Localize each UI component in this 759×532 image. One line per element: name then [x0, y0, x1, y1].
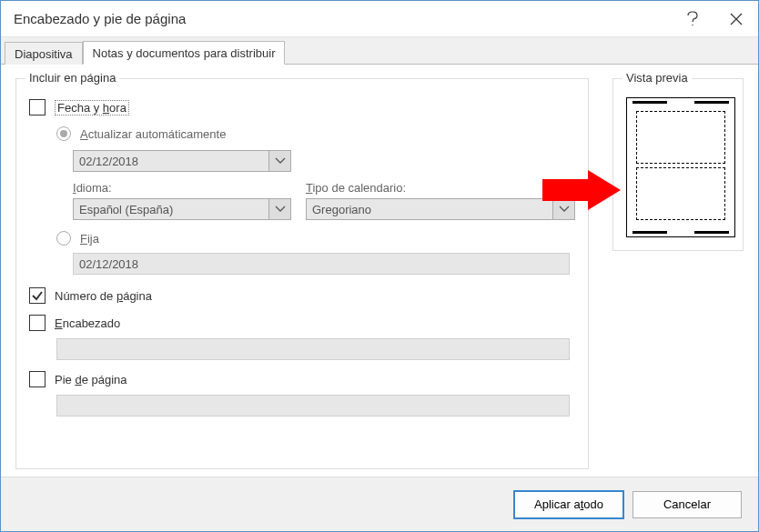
tab-slide[interactable]: Diapositiva — [5, 42, 83, 65]
footer-label: Pie de página — [55, 373, 127, 386]
help-button[interactable] — [671, 1, 714, 37]
tab-notes-handouts[interactable]: Notas y documentos para distribuir — [83, 41, 286, 65]
page-number-checkbox[interactable] — [29, 287, 46, 304]
header-checkbox[interactable] — [29, 315, 46, 331]
dialog-title: Encabezado y pie de página — [14, 11, 671, 26]
tab-bar: Diapositiva Notas y documentos para dist… — [1, 37, 758, 65]
button-bar: Aplicar a todo Cancelar — [1, 477, 758, 531]
language-label: Idioma: — [73, 181, 306, 195]
apply-all-button[interactable]: Aplicar a todo — [514, 491, 623, 518]
title-bar: Encabezado y pie de página — [1, 1, 758, 37]
preview-group-title: Vista previa — [622, 71, 692, 85]
fixed-radio[interactable] — [56, 231, 71, 246]
date-combo-value: 02/12/2018 — [79, 155, 138, 168]
calendar-combo-value: Gregoriano — [312, 203, 371, 216]
include-group: Incluir en página Fecha y hora Actualiza… — [15, 78, 589, 469]
language-combo[interactable]: Español (España) — [73, 198, 291, 220]
fixed-label: Fija — [80, 232, 99, 246]
chevron-down-icon — [268, 199, 290, 219]
chevron-down-icon — [268, 151, 290, 171]
header-label: Encabezado — [55, 316, 120, 330]
calendar-combo[interactable]: Gregoriano — [306, 198, 575, 220]
auto-update-radio[interactable] — [56, 126, 71, 141]
footer-input[interactable] — [56, 395, 570, 417]
calendar-type-label: Tipo de calendario: — [306, 181, 575, 195]
language-combo-value: Español (España) — [79, 203, 173, 216]
datetime-checkbox[interactable] — [29, 99, 46, 115]
footer-checkbox[interactable] — [29, 371, 46, 387]
datetime-label: Fecha y hora — [55, 100, 129, 115]
svg-marker-0 — [542, 170, 621, 210]
fixed-date-input[interactable]: 02/12/2018 — [73, 253, 570, 275]
preview-page — [626, 97, 735, 237]
auto-update-label: Actualizar automáticamente — [80, 127, 226, 141]
cancel-button[interactable]: Cancelar — [632, 491, 742, 518]
preview-group: Vista previa — [612, 78, 744, 251]
header-input[interactable] — [56, 338, 570, 360]
date-combo[interactable]: 02/12/2018 — [73, 150, 291, 172]
page-number-label: Número de página — [55, 289, 152, 303]
include-group-title: Incluir en página — [25, 71, 119, 85]
close-button[interactable] — [714, 1, 758, 37]
annotation-arrow-icon — [542, 170, 621, 210]
